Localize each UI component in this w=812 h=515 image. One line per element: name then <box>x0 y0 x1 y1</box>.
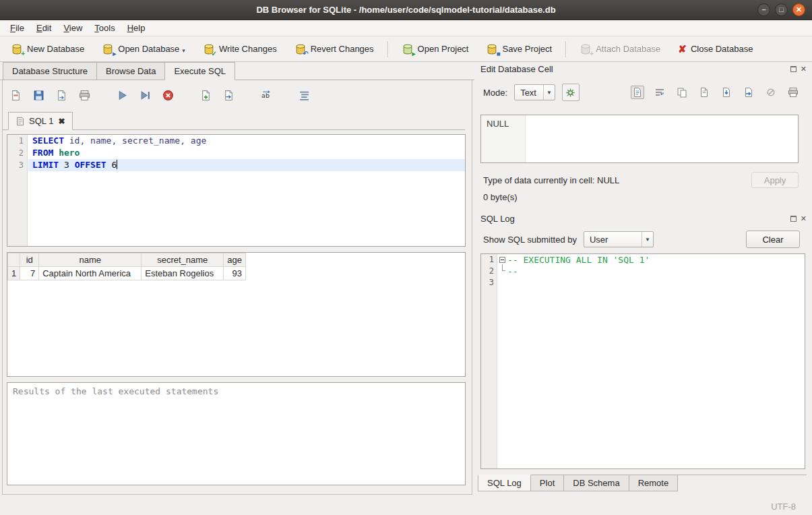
set-null-icon[interactable] <box>764 86 778 99</box>
results-grid: id name secret_name age 1 7 Captain Nort… <box>7 253 246 280</box>
status-bar: UTF-8 <box>0 497 812 515</box>
save-sql-as-icon[interactable] <box>54 88 69 102</box>
chevron-down-icon[interactable]: ▾ <box>182 47 185 55</box>
results-message-area: Results of the last executed statements <box>7 382 466 485</box>
cell-mode-row: Mode: Text ▼ <box>483 82 800 102</box>
sql-toolbar: ab <box>8 87 311 103</box>
save-sql-file-icon[interactable] <box>31 88 46 102</box>
attach-database-button[interactable]: + Attach Database <box>575 40 664 58</box>
minimize-button[interactable]: – <box>757 3 770 16</box>
execute-all-icon[interactable] <box>115 88 129 102</box>
copy-icon[interactable] <box>675 86 689 99</box>
export-data-icon[interactable] <box>742 86 755 99</box>
fold-line <box>502 264 505 271</box>
tab-sql-log[interactable]: SQL Log <box>478 475 531 491</box>
revert-changes-button[interactable]: ↶ Revert Changes <box>290 40 378 58</box>
float-panel-icon[interactable] <box>790 66 797 72</box>
editor-line: 1 SELECT id, name, secret_name, age <box>7 135 465 147</box>
cell-value: NULL <box>481 115 526 162</box>
editor-line-current: 3 LIMIT 3 OFFSET 6 <box>7 159 465 171</box>
log-filter-label: Show SQL submitted by <box>483 235 577 245</box>
write-changes-button[interactable]: ✓ Write Changes <box>199 40 281 58</box>
dock-tab-bar: SQL Log Plot DB Schema Remote <box>478 475 807 492</box>
right-panel: Edit Database Cell ✕ Mode: Text ▼ <box>475 62 812 497</box>
open-sql-file-icon[interactable] <box>8 88 23 102</box>
column-header-name[interactable]: name <box>39 253 142 267</box>
sql-tab-bar: SQL 1 ✖ <box>3 111 465 130</box>
sql-log-view[interactable]: 1 -- EXECUTING ALL IN 'SQL 1' 2 -- 3 <box>480 253 805 469</box>
find-replace-icon[interactable]: ab <box>259 88 274 102</box>
log-controls: Show SQL submitted by User ▼ Clear <box>483 229 800 249</box>
execute-line-icon[interactable] <box>137 88 152 102</box>
word-wrap-icon[interactable] <box>653 86 666 99</box>
grid-corner[interactable] <box>8 253 20 267</box>
close-panel-icon[interactable]: ✕ <box>801 65 807 72</box>
column-header-age[interactable]: age <box>224 253 246 267</box>
new-tab-icon[interactable] <box>198 88 213 102</box>
close-panel-icon[interactable]: ✕ <box>801 215 807 222</box>
menu-edit[interactable]: Edit <box>30 21 57 35</box>
new-database-button[interactable]: + New Database <box>7 40 88 58</box>
print-sql-icon[interactable] <box>77 88 92 102</box>
cell-name[interactable]: Captain North America <box>39 267 142 280</box>
open-project-icon: ▸ <box>402 43 414 55</box>
write-changes-icon: ✓ <box>203 43 215 55</box>
editor-line: 2 FROM hero <box>7 147 465 159</box>
sql-log-title: SQL Log <box>480 214 515 224</box>
tab-execute-sql[interactable]: Execute SQL <box>164 62 235 80</box>
log-line: 1 -- EXECUTING ALL IN 'SQL 1' <box>481 254 805 266</box>
chevron-down-icon: ▼ <box>543 85 552 100</box>
import-data-icon[interactable] <box>720 86 733 99</box>
apply-button[interactable]: Apply <box>751 172 799 188</box>
clear-log-button[interactable]: Clear <box>746 231 800 248</box>
mode-select[interactable]: Text ▼ <box>514 84 555 100</box>
export-csv-icon[interactable] <box>221 88 236 102</box>
cell-editor-icons <box>631 86 800 99</box>
menu-help[interactable]: Help <box>121 21 152 35</box>
text-mode-icon[interactable] <box>631 86 644 99</box>
menu-tools[interactable]: Tools <box>88 21 121 35</box>
save-cell-icon[interactable] <box>697 86 711 99</box>
print-cell-icon[interactable] <box>786 86 800 99</box>
minimize-icon: – <box>761 5 766 13</box>
open-database-button[interactable]: ▸ Open Database ▾ <box>98 40 189 58</box>
cell-type-row: Type of data currently in cell: NULL App… <box>483 170 799 190</box>
sql-tab-label: SQL 1 <box>29 116 53 126</box>
cell-age[interactable]: 93 <box>224 267 246 280</box>
auto-format-button[interactable] <box>562 84 580 101</box>
maximize-icon: □ <box>779 5 784 13</box>
tab-database-structure[interactable]: Database Structure <box>3 62 97 80</box>
text-cursor <box>117 160 117 169</box>
cell-value-editor[interactable]: NULL <box>480 115 799 163</box>
save-project-button[interactable]: ■ Save Project <box>482 40 556 58</box>
column-header-id[interactable]: id <box>20 253 39 267</box>
tab-remote[interactable]: Remote <box>629 475 679 491</box>
close-database-icon: ✘ <box>678 43 687 55</box>
sql-tab-1[interactable]: SQL 1 ✖ <box>8 112 73 130</box>
stop-icon[interactable] <box>160 88 175 102</box>
log-filter-select[interactable]: User ▼ <box>584 231 654 247</box>
float-panel-icon[interactable] <box>790 216 797 222</box>
cell-id[interactable]: 7 <box>20 267 39 280</box>
table-row[interactable]: 1 7 Captain North America Esteban Rogeli… <box>8 267 246 280</box>
results-message-text: Results of the last executed statements <box>13 386 218 396</box>
tab-db-schema[interactable]: DB Schema <box>563 475 629 491</box>
tab-browse-data[interactable]: Browse Data <box>96 62 165 80</box>
fold-marker-icon[interactable] <box>499 257 505 263</box>
open-project-button[interactable]: ▸ Open Project <box>398 40 473 58</box>
close-button[interactable]: ✕ <box>792 3 805 16</box>
close-tab-icon[interactable]: ✖ <box>57 117 65 126</box>
menu-view[interactable]: View <box>57 21 88 35</box>
format-sql-icon[interactable] <box>296 88 311 102</box>
sql-document-icon <box>15 117 25 126</box>
row-header[interactable]: 1 <box>8 267 20 280</box>
cell-secret-name[interactable]: Esteban Rogelios <box>142 267 224 280</box>
tab-plot[interactable]: Plot <box>530 475 564 491</box>
menu-file[interactable]: File <box>4 21 30 35</box>
sql-editor[interactable]: 1 SELECT id, name, secret_name, age 2 FR… <box>7 134 466 247</box>
close-database-button[interactable]: ✘ Close Database <box>674 40 757 58</box>
results-grid-area: id name secret_name age 1 7 Captain Nort… <box>7 252 466 377</box>
maximize-button[interactable]: □ <box>775 3 788 16</box>
column-header-secret-name[interactable]: secret_name <box>142 253 224 267</box>
revert-changes-icon: ↶ <box>294 43 307 55</box>
